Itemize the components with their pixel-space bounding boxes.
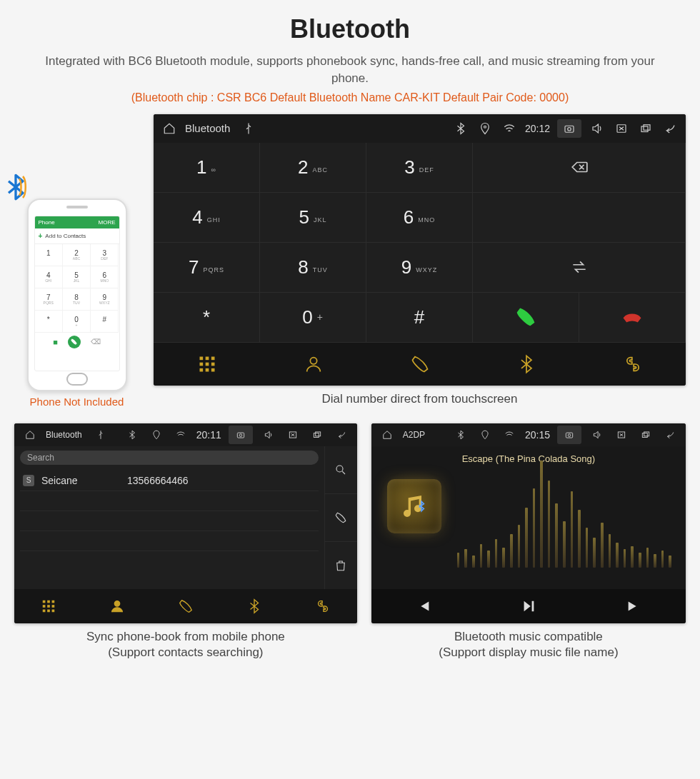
viz-bar bbox=[616, 543, 619, 568]
tab-dialpad[interactable] bbox=[14, 589, 83, 623]
svg-point-31 bbox=[114, 600, 119, 605]
camera-icon[interactable] bbox=[557, 426, 581, 444]
search-input[interactable]: Search bbox=[20, 451, 319, 465]
key-7[interactable]: 7PQRS bbox=[154, 243, 260, 293]
backspace-button[interactable] bbox=[473, 143, 686, 193]
contact-number: 13566664466 bbox=[127, 475, 189, 486]
contacts-title: Bluetooth bbox=[46, 430, 82, 440]
key-star[interactable]: * bbox=[154, 293, 260, 343]
key-3[interactable]: 3DEF bbox=[366, 143, 473, 193]
key-6[interactable]: 6MNO bbox=[366, 193, 473, 243]
viz-bar bbox=[548, 481, 551, 567]
viz-bar bbox=[472, 556, 475, 567]
contact-row[interactable]: S Seicane 13566664466 bbox=[20, 471, 319, 491]
call-button[interactable] bbox=[473, 293, 579, 343]
tab-call-log[interactable] bbox=[151, 589, 220, 623]
home-icon[interactable] bbox=[21, 426, 39, 443]
bluetooth-icon bbox=[124, 426, 141, 443]
home-icon[interactable] bbox=[379, 426, 396, 443]
dialer-unit: Bluetooth 20:12 1∞2ABC3DEF4GHI5JKL6MNO7P… bbox=[154, 114, 686, 386]
prev-button[interactable] bbox=[371, 589, 476, 623]
swap-button[interactable] bbox=[473, 243, 686, 293]
contacts-caption: Sync phone-book from mobile phone (Suppo… bbox=[14, 629, 357, 662]
viz-bar bbox=[654, 554, 656, 567]
recent-apps-icon[interactable] bbox=[637, 120, 654, 137]
status-time: 20:12 bbox=[525, 123, 550, 134]
tab-call-log[interactable] bbox=[366, 343, 473, 386]
phone-mock-key: 9WXYZ bbox=[91, 288, 119, 311]
page-title: Bluetooth bbox=[0, 14, 700, 44]
close-window-icon[interactable] bbox=[613, 120, 630, 137]
side-search-button[interactable] bbox=[325, 446, 357, 494]
svg-rect-23 bbox=[47, 600, 50, 603]
track-title: Escape (The Pina Colada Song) bbox=[371, 453, 686, 464]
camera-icon[interactable] bbox=[557, 119, 581, 138]
tab-bluetooth[interactable] bbox=[473, 343, 579, 386]
location-icon bbox=[148, 426, 165, 443]
svg-rect-9 bbox=[199, 362, 203, 366]
tab-pair[interactable] bbox=[579, 343, 686, 386]
phone-mock-key: 3DEF bbox=[91, 244, 119, 266]
wifi-icon bbox=[172, 426, 189, 443]
tab-contacts[interactable] bbox=[260, 343, 366, 386]
key-5[interactable]: 5JKL bbox=[260, 193, 366, 243]
volume-icon[interactable] bbox=[589, 120, 606, 137]
svg-rect-8 bbox=[211, 356, 214, 360]
viz-bar bbox=[525, 508, 528, 567]
volume-icon[interactable] bbox=[260, 426, 277, 443]
viz-bar bbox=[487, 551, 490, 567]
key-2[interactable]: 2ABC bbox=[260, 143, 366, 193]
tab-pair[interactable] bbox=[289, 589, 357, 623]
bluetooth-icon bbox=[452, 120, 469, 137]
hangup-button[interactable] bbox=[579, 293, 686, 343]
contacts-unit: Bluetooth 20:11 Search S Seicane bbox=[14, 423, 357, 623]
camera-icon[interactable] bbox=[229, 426, 253, 444]
play-pause-button[interactable] bbox=[476, 589, 581, 623]
tab-bluetooth[interactable] bbox=[220, 589, 289, 623]
svg-point-15 bbox=[310, 357, 316, 363]
svg-rect-7 bbox=[205, 356, 209, 360]
volume-icon[interactable] bbox=[589, 426, 606, 443]
bluetooth-waves-icon bbox=[1, 173, 30, 206]
svg-rect-22 bbox=[43, 600, 46, 603]
key-1[interactable]: 1∞ bbox=[154, 143, 260, 193]
video-call-icon: ■ bbox=[53, 338, 58, 346]
back-icon[interactable] bbox=[661, 120, 679, 137]
key-0[interactable]: 0+ bbox=[260, 293, 366, 343]
svg-rect-19 bbox=[314, 433, 319, 437]
close-window-icon[interactable] bbox=[613, 426, 630, 443]
phone-mock-key: 8TUV bbox=[63, 288, 91, 311]
key-9[interactable]: 9WXYZ bbox=[366, 243, 473, 293]
recent-apps-icon[interactable] bbox=[637, 426, 654, 443]
phone-mock-app-title: Phone bbox=[39, 219, 55, 226]
key-hash[interactable]: # bbox=[366, 293, 473, 343]
dialer-blank-1 bbox=[473, 193, 686, 243]
close-window-icon[interactable] bbox=[284, 426, 301, 443]
phone-not-included-label: Phone Not Included bbox=[14, 396, 139, 408]
viz-bar bbox=[593, 538, 596, 568]
back-icon[interactable] bbox=[661, 426, 679, 443]
key-8[interactable]: 8TUV bbox=[260, 243, 366, 293]
wifi-icon bbox=[501, 426, 518, 443]
viz-bar bbox=[480, 544, 483, 567]
svg-rect-20 bbox=[315, 431, 320, 436]
recent-apps-icon[interactable] bbox=[309, 426, 326, 443]
svg-rect-32 bbox=[566, 433, 572, 438]
contact-row-empty bbox=[20, 551, 319, 571]
side-call-button[interactable] bbox=[325, 494, 357, 542]
back-icon[interactable] bbox=[333, 426, 350, 443]
home-icon[interactable] bbox=[161, 120, 178, 137]
svg-rect-12 bbox=[199, 368, 203, 371]
viz-bar bbox=[533, 488, 536, 568]
key-4[interactable]: 4GHI bbox=[154, 193, 260, 243]
phone-mock-key: 5JKL bbox=[63, 266, 91, 288]
viz-bar bbox=[555, 503, 558, 568]
next-button[interactable] bbox=[581, 589, 686, 623]
tab-contacts[interactable] bbox=[83, 589, 151, 623]
contact-name: Seicane bbox=[41, 475, 120, 486]
tab-dialpad[interactable] bbox=[154, 343, 260, 386]
side-delete-button[interactable] bbox=[325, 542, 357, 589]
bluetooth-icon bbox=[452, 426, 469, 443]
phone-mock-add-label: Add to Contacts bbox=[45, 233, 86, 239]
a2dp-caption-2: (Support display music file name) bbox=[439, 645, 618, 659]
